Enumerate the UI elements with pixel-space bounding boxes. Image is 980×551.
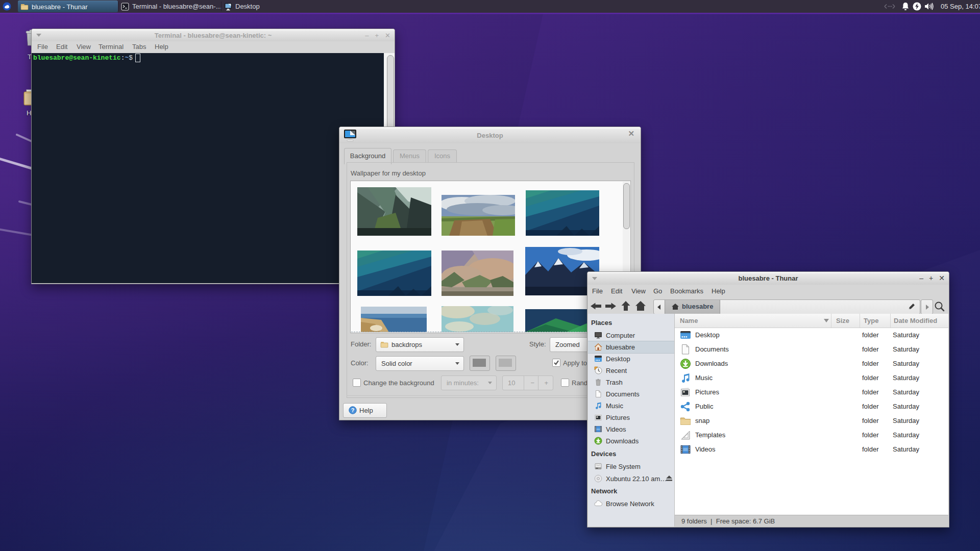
svg-text:?: ? <box>351 407 355 413</box>
